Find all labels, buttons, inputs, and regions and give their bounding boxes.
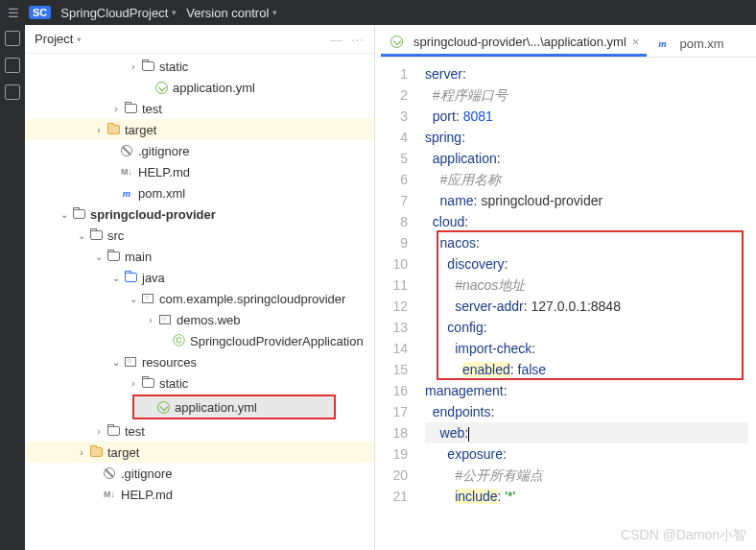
editor-tab[interactable]: m pom.xm bbox=[647, 30, 731, 57]
toolbar-icon[interactable]: ⋯ bbox=[351, 33, 365, 46]
spring-icon bbox=[389, 35, 404, 50]
folder-icon bbox=[140, 375, 155, 391]
tree-label: .gitignore bbox=[138, 144, 189, 158]
tree-label: static bbox=[159, 376, 188, 391]
maven-icon: m bbox=[119, 185, 134, 201]
tree-label: SpringcloudProviderApplication bbox=[190, 334, 364, 348]
tree-label: pom.xml bbox=[138, 186, 185, 201]
chevron-down-icon: ▾ bbox=[272, 8, 277, 17]
folder-icon bbox=[123, 101, 138, 116]
code-editor[interactable]: 123456789101112131415161718192021 server… bbox=[375, 58, 756, 550]
tab-label: pom.xm bbox=[679, 36, 723, 51]
folder-icon bbox=[88, 444, 104, 460]
folder-icon bbox=[106, 122, 121, 137]
tool-button[interactable] bbox=[5, 31, 20, 46]
ignore-icon bbox=[119, 143, 134, 158]
tree-label: src bbox=[107, 228, 124, 243]
tree-label: application.yml bbox=[173, 81, 255, 95]
editor-tabs: springcloud-provider\...\application.yml… bbox=[375, 25, 756, 58]
toolbar-icon[interactable]: — bbox=[330, 33, 343, 46]
tree-label: HELP.md bbox=[121, 488, 173, 502]
tab-label: springcloud-provider\...\application.yml bbox=[413, 35, 626, 49]
code-content[interactable]: server: #程序端口号 port: 8081 spring: applic… bbox=[417, 58, 756, 550]
package-icon bbox=[140, 291, 155, 306]
tree-label: target bbox=[107, 445, 139, 460]
tree-label: test bbox=[125, 424, 145, 439]
tool-button[interactable] bbox=[5, 84, 20, 100]
maven-icon: m bbox=[654, 36, 670, 51]
tree-label: java bbox=[142, 271, 165, 285]
spring-icon bbox=[154, 80, 169, 95]
chevron-down-icon: ▾ bbox=[172, 8, 177, 17]
tree-label: com.example.springcloudprovider bbox=[159, 292, 345, 306]
tool-strip bbox=[0, 25, 25, 550]
project-badge: SC bbox=[29, 6, 51, 19]
tree-label: application.yml bbox=[175, 400, 257, 415]
folder-icon bbox=[140, 59, 155, 74]
tool-button[interactable] bbox=[5, 58, 20, 73]
tree-label: HELP.md bbox=[138, 165, 190, 179]
markdown-icon: M↓ bbox=[102, 487, 117, 502]
tree-item[interactable]: ›target bbox=[25, 442, 374, 463]
chevron-down-icon[interactable]: ▾ bbox=[77, 35, 82, 44]
spring-icon bbox=[155, 399, 171, 415]
menu-icon[interactable]: ☰ bbox=[8, 6, 19, 20]
project-header-title[interactable]: Project bbox=[35, 32, 73, 46]
main-area: Project ▾ — ⋯ ›static application.yml ›t… bbox=[0, 25, 756, 550]
project-tree[interactable]: ›static application.yml ›test ›target .g… bbox=[25, 54, 374, 550]
project-tool-window: Project ▾ — ⋯ ›static application.yml ›t… bbox=[25, 25, 375, 550]
package-icon bbox=[157, 312, 173, 327]
tree-label: main bbox=[125, 250, 152, 264]
ignore-icon bbox=[102, 466, 117, 481]
markdown-icon: M↓ bbox=[119, 164, 134, 179]
tree-label: target bbox=[125, 123, 156, 137]
close-icon[interactable]: × bbox=[632, 35, 640, 49]
project-selector[interactable]: SpringCloudProject ▾ bbox=[60, 6, 177, 20]
tree-label: .gitignore bbox=[121, 466, 172, 481]
tree-label: test bbox=[142, 102, 162, 116]
folder-icon bbox=[88, 227, 104, 243]
tree-label: springcloud-provider bbox=[90, 207, 216, 222]
vcs-selector[interactable]: Version control ▾ bbox=[186, 6, 277, 20]
tree-label: demos.web bbox=[177, 313, 240, 327]
tree-item[interactable]: ›target bbox=[25, 119, 374, 140]
module-icon bbox=[71, 206, 86, 222]
source-folder-icon bbox=[123, 270, 138, 285]
top-toolbar: ☰ SC SpringCloudProject ▾ Version contro… bbox=[0, 0, 756, 25]
tree-item-selected[interactable]: application.yml bbox=[134, 396, 334, 418]
text-cursor bbox=[468, 427, 469, 442]
tree-label: resources bbox=[142, 355, 197, 370]
gutter: 123456789101112131415161718192021 bbox=[375, 58, 417, 550]
editor-panel: springcloud-provider\...\application.yml… bbox=[375, 25, 756, 550]
resources-folder-icon bbox=[123, 354, 138, 370]
watermark: CSDN @Damon小智 bbox=[621, 527, 746, 544]
tree-label: static bbox=[159, 60, 188, 74]
vcs-label: Version control bbox=[186, 6, 269, 20]
folder-icon bbox=[106, 249, 121, 264]
editor-tab-active[interactable]: springcloud-provider\...\application.yml… bbox=[381, 30, 647, 57]
project-name: SpringCloudProject bbox=[60, 6, 168, 20]
folder-icon bbox=[106, 423, 121, 439]
project-header: Project ▾ — ⋯ bbox=[25, 25, 374, 54]
class-icon: ⓒ bbox=[171, 333, 186, 348]
